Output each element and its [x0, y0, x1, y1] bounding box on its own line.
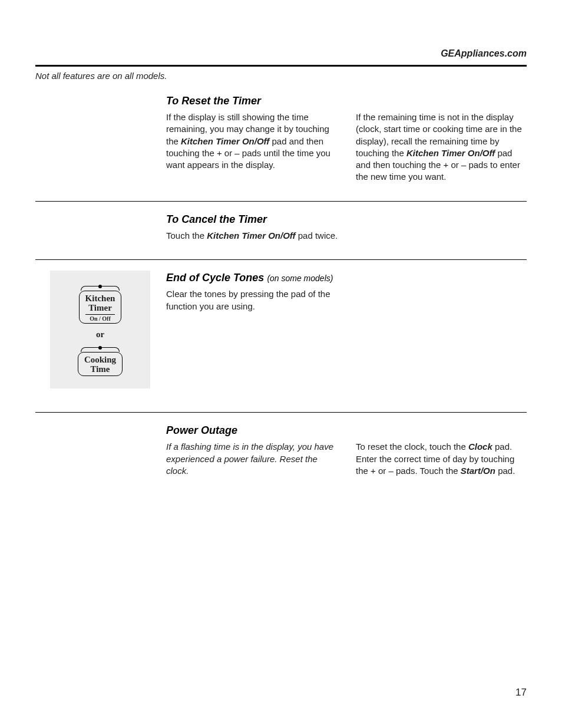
section-reset-timer: To Reset the Timer If the display is sti… [35, 94, 527, 183]
section-end-of-cycle: Kitchen Timer On / Off or Cooking Time E… [35, 271, 527, 394]
reset-col1-b: Kitchen Timer On/Off [181, 136, 269, 146]
tones-title-main: End of Cycle Tones [166, 272, 267, 284]
feature-note: Not all features are on all models. [35, 70, 527, 82]
cancel-text-a: Touch the [166, 230, 207, 241]
pad2-line1: Cooking [84, 355, 116, 364]
cancel-text-b: Kitchen Timer On/Off [207, 230, 295, 241]
power-col2-e: pad. [495, 466, 515, 476]
divider-3 [35, 412, 527, 413]
section-power-outage: Power Outage If a flashing time is in th… [35, 423, 527, 477]
cancel-title: To Cancel the Timer [166, 212, 527, 226]
pad-figure: Kitchen Timer On / Off or Cooking Time [50, 271, 150, 388]
reset-title: To Reset the Timer [166, 94, 527, 108]
tones-text: Clear the tones by pressing the pad of t… [166, 288, 337, 312]
pad2-line2: Time [90, 364, 110, 374]
figure-or: or [96, 328, 104, 340]
section-cancel-timer: To Cancel the Timer Touch the Kitchen Ti… [35, 212, 527, 242]
divider-2 [35, 259, 527, 260]
power-col2-b: Clock [468, 442, 492, 452]
header-site: GEAppliances.com [441, 48, 527, 58]
cancel-text-c: pad twice. [296, 230, 338, 241]
page-number: 17 [515, 686, 527, 700]
tones-title: End of Cycle Tones (on some models) [166, 271, 527, 285]
reset-col1: If the display is still showing the time… [166, 111, 337, 183]
kitchen-timer-pad: Kitchen Timer On / Off [79, 284, 122, 324]
cancel-text: Touch the Kitchen Timer On/Off pad twice… [166, 230, 527, 242]
power-col2-d: Start/On [461, 466, 495, 476]
reset-col2-b: Kitchen Timer On/Off [406, 148, 495, 158]
tones-subtitle: (on some models) [267, 274, 333, 283]
power-col2: To reset the clock, touch the Clock pad.… [356, 441, 527, 477]
divider-1 [35, 201, 527, 202]
header-rule [35, 65, 527, 67]
pad1-line1: Kitchen [85, 294, 115, 303]
power-title: Power Outage [166, 423, 527, 437]
pad1-sub: On / Off [85, 314, 115, 322]
tones-empty-col [356, 288, 527, 312]
power-col2-a: To reset the clock, touch the [356, 442, 468, 452]
power-col1-text: If a flashing time is in the display, yo… [166, 442, 333, 476]
cooking-time-pad: Cooking Time [78, 345, 123, 376]
reset-col2: If the remaining time is not in the disp… [356, 111, 527, 183]
power-col1: If a flashing time is in the display, yo… [166, 441, 337, 477]
page-header: GEAppliances.com [35, 47, 527, 60]
pad1-line2: Timer [88, 303, 112, 312]
